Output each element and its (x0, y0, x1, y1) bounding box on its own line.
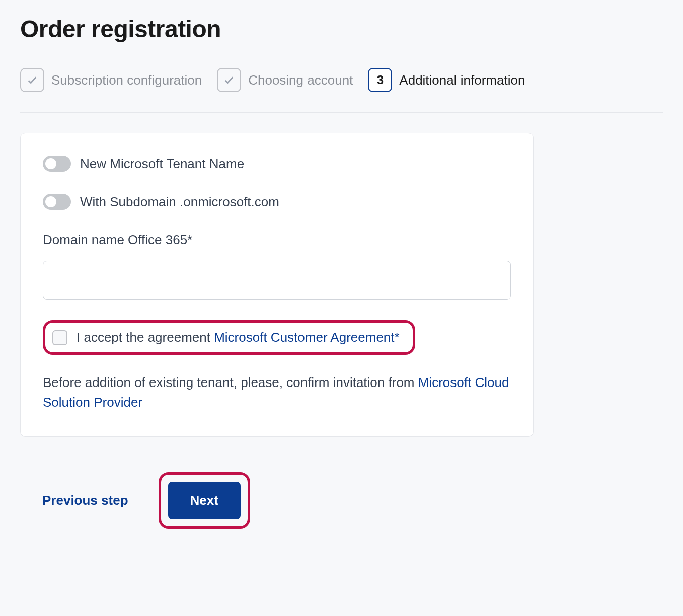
step-badge-completed (217, 68, 241, 92)
toggle-knob (45, 158, 56, 169)
subdomain-toggle[interactable] (43, 194, 71, 210)
domain-name-label: Domain name Office 365* (43, 232, 511, 248)
stepper: Subscription configuration Choosing acco… (20, 68, 663, 113)
next-highlight: Next (159, 472, 250, 529)
step-badge-active: 3 (368, 68, 392, 92)
agreement-checkbox[interactable] (52, 330, 67, 345)
new-tenant-toggle[interactable] (43, 156, 71, 172)
domain-name-field: Domain name Office 365* (43, 232, 511, 300)
step-label: Subscription configuration (51, 72, 202, 88)
step-number: 3 (377, 73, 384, 87)
agreement-text: I accept the agreement Microsoft Custome… (77, 330, 400, 345)
agreement-link[interactable]: Microsoft Customer Agreement* (214, 330, 399, 345)
check-icon (223, 74, 235, 86)
toggle-new-tenant-row: New Microsoft Tenant Name (43, 156, 511, 172)
agreement-highlight: I accept the agreement Microsoft Custome… (43, 320, 415, 355)
step-additional-info: 3 Additional information (368, 68, 525, 92)
footer-actions: Previous step Next (20, 472, 663, 529)
step-label: Additional information (399, 72, 525, 88)
page-title: Order registration (20, 15, 663, 43)
info-text: Before addition of existing tenant, plea… (43, 373, 511, 412)
toggle-subdomain-row: With Subdomain .onmicrosoft.com (43, 194, 511, 210)
previous-step-link[interactable]: Previous step (42, 493, 128, 508)
check-icon (27, 74, 38, 86)
toggle-knob (45, 196, 56, 207)
info-prefix: Before addition of existing tenant, plea… (43, 375, 418, 390)
next-button[interactable]: Next (168, 482, 241, 519)
step-subscription-config: Subscription configuration (20, 68, 202, 92)
additional-info-card: New Microsoft Tenant Name With Subdomain… (20, 133, 534, 437)
step-choosing-account: Choosing account (217, 68, 353, 92)
step-badge-completed (20, 68, 44, 92)
toggle-label: With Subdomain .onmicrosoft.com (80, 194, 279, 210)
toggle-label: New Microsoft Tenant Name (80, 156, 244, 172)
agreement-prefix: I accept the agreement (77, 330, 214, 345)
domain-name-input[interactable] (43, 261, 511, 300)
step-label: Choosing account (248, 72, 353, 88)
